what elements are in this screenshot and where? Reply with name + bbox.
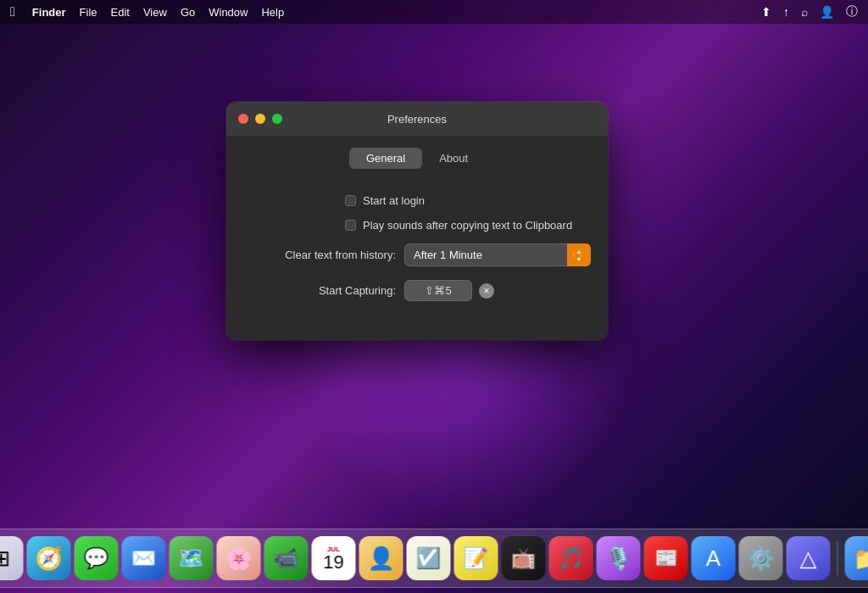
menu-view[interactable]: View xyxy=(143,6,167,19)
dock-appletv[interactable]: 📺 xyxy=(502,536,546,580)
menu-file[interactable]: File xyxy=(80,6,97,19)
start-at-login-checkbox[interactable] xyxy=(345,195,356,206)
start-capturing-label: Start Capturing: xyxy=(252,284,404,297)
upload-icon[interactable]: ⬆ xyxy=(761,5,771,19)
clear-history-select[interactable]: After 1 Minute After 5 Minutes After 1 H… xyxy=(404,243,591,266)
dock-safari[interactable]: 🧭 xyxy=(27,536,71,580)
calendar-inner: JUL 19 xyxy=(323,545,343,572)
window-controls xyxy=(238,114,282,124)
maximize-button[interactable] xyxy=(272,114,282,124)
start-at-login-row: Start at login xyxy=(252,194,582,207)
minimize-button[interactable] xyxy=(255,114,265,124)
window-titlebar: Preferences xyxy=(226,102,608,136)
tab-bar: General About xyxy=(226,136,608,177)
menu-bar-left:  Finder File Edit View Go Window Help xyxy=(10,4,284,20)
dock-podcasts[interactable]: 🎙️ xyxy=(597,536,641,580)
menu-edit[interactable]: Edit xyxy=(111,6,130,19)
dock-mail[interactable]: ✉️ xyxy=(122,536,166,580)
menu-bar:  Finder File Edit View Go Window Help ⬆… xyxy=(0,0,868,24)
clear-history-row: Clear text from history: After 1 Minute … xyxy=(252,243,582,266)
menu-bar-right: ⬆ ↑ ⌕ 👤 ⓘ xyxy=(761,4,858,20)
shortcut-field: ⇧⌘5 × xyxy=(404,280,582,301)
clear-shortcut-button[interactable]: × xyxy=(479,283,494,299)
menu-help[interactable]: Help xyxy=(261,6,284,19)
clear-history-label: Clear text from history: xyxy=(252,249,404,261)
app-name[interactable]: Finder xyxy=(32,6,66,19)
dock-music[interactable]: 🎵 xyxy=(549,536,593,580)
calendar-day: 19 xyxy=(323,553,343,572)
dock-launchpad[interactable]: ⊞ xyxy=(0,536,24,580)
dock-files[interactable]: 📁 xyxy=(845,536,869,580)
clear-history-control: After 1 Minute After 5 Minutes After 1 H… xyxy=(404,243,591,266)
clear-history-select-wrapper: After 1 Minute After 5 Minutes After 1 H… xyxy=(404,243,591,266)
dock-contacts[interactable]: 👤 xyxy=(359,536,403,580)
dock-reminders[interactable]: ☑️ xyxy=(407,536,451,580)
dock-messages[interactable]: 💬 xyxy=(75,536,119,580)
dock-calendar[interactable]: JUL 19 xyxy=(312,536,356,580)
window-content: Start at login Play sounds after copying… xyxy=(226,177,608,340)
tab-about[interactable]: About xyxy=(422,148,485,169)
close-button[interactable] xyxy=(238,114,248,124)
dock-altstore[interactable]: △ xyxy=(787,536,831,580)
dock-maps[interactable]: 🗺️ xyxy=(170,536,214,580)
start-capturing-row: Start Capturing: ⇧⌘5 × xyxy=(252,280,582,301)
user-icon[interactable]: 👤 xyxy=(820,5,834,19)
preferences-window: Preferences General About Start at login… xyxy=(226,102,608,340)
search-icon[interactable]: ⌕ xyxy=(801,5,808,19)
tab-general[interactable]: General xyxy=(349,148,422,169)
dock-facetime[interactable]: 📹 xyxy=(264,536,309,580)
start-capturing-control: ⇧⌘5 × xyxy=(404,280,582,301)
dock-appstore[interactable]: A xyxy=(692,536,736,580)
dock-settings[interactable]: ⚙️ xyxy=(739,536,783,580)
arrow-up-icon[interactable]: ↑ xyxy=(783,5,789,19)
window-title: Preferences xyxy=(387,113,447,126)
apple-menu[interactable]:  xyxy=(10,4,15,20)
play-sounds-checkbox[interactable] xyxy=(345,220,356,231)
shortcut-badge[interactable]: ⇧⌘5 xyxy=(404,280,472,301)
play-sounds-row: Play sounds after copying text to Clipbo… xyxy=(252,219,582,232)
dock-separator xyxy=(837,541,838,575)
start-at-login-label: Start at login xyxy=(363,194,425,207)
dock-photos[interactable]: 🌸 xyxy=(217,536,261,580)
dock: 🔵 ⊞ 🧭 💬 ✉️ 🗺️ 🌸 📹 JUL 19 👤 ☑️ xyxy=(0,529,868,588)
info-icon[interactable]: ⓘ xyxy=(846,4,858,20)
menu-go[interactable]: Go xyxy=(181,6,195,19)
menu-window[interactable]: Window xyxy=(209,6,248,19)
dock-news[interactable]: 📰 xyxy=(644,536,688,580)
dock-notes[interactable]: 📝 xyxy=(454,536,498,580)
play-sounds-label: Play sounds after copying text to Clipbo… xyxy=(363,219,572,232)
